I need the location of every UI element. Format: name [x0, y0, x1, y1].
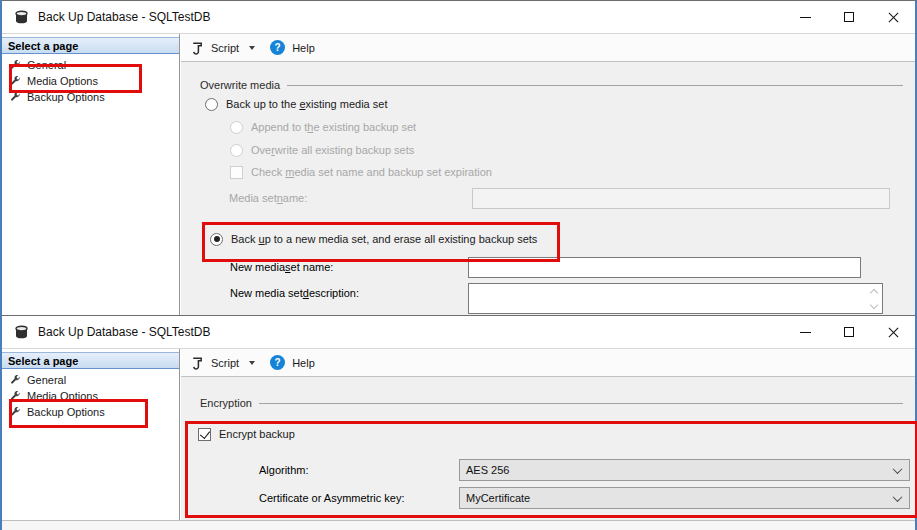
select-a-page-panel: Select a page General Media Options Back… — [2, 349, 180, 530]
checkbox-label: Check media set name and backup set expi… — [251, 166, 492, 178]
checkbox-icon-checked — [198, 428, 211, 441]
encryption-group-header: Encryption — [200, 397, 903, 409]
window-controls — [783, 316, 915, 348]
wrench-icon — [10, 391, 21, 402]
chevron-up-icon[interactable] — [870, 288, 878, 296]
window-title: Back Up Database - SQLTestDB — [38, 325, 211, 339]
new-media-set-description-field — [468, 283, 883, 314]
radio-label: Back up to the existing media set — [226, 98, 387, 110]
sidebar-item-label: Backup Options — [27, 91, 105, 103]
close-icon — [887, 326, 900, 339]
help-button[interactable]: Help — [292, 42, 315, 54]
close-button[interactable] — [871, 1, 915, 33]
radio-append-to-existing-backup-set[interactable]: Append to the existing backup set — [230, 119, 416, 135]
algorithm-label: Algorithm: — [259, 462, 309, 478]
group-divider — [287, 85, 903, 86]
maximize-button[interactable] — [827, 1, 871, 33]
wrench-icon — [10, 76, 21, 87]
help-icon: ? — [270, 40, 285, 55]
sidebar-item-media-options[interactable]: Media Options — [10, 73, 175, 89]
checkbox-label: Encrypt backup — [219, 428, 295, 440]
dialog-bottom-strip — [2, 520, 915, 530]
description-scrollbar[interactable] — [866, 284, 882, 313]
minimize-icon — [800, 332, 811, 333]
sidebar-item-general[interactable]: General — [10, 372, 175, 388]
sidebar-item-media-options[interactable]: Media Options — [10, 388, 175, 404]
close-button[interactable] — [871, 316, 915, 348]
radio-label: Overwrite all existing backup sets — [251, 144, 414, 156]
chevron-down-icon[interactable] — [870, 300, 878, 308]
radio-icon — [205, 98, 218, 111]
script-button[interactable]: Script — [211, 357, 239, 369]
minimize-button[interactable] — [783, 316, 827, 348]
wrench-icon — [10, 92, 21, 103]
radio-backup-to-existing-media-set[interactable]: Back up to the existing media set — [205, 96, 387, 112]
sidebar-item-backup-options[interactable]: Backup Options — [10, 89, 175, 105]
sidebar-item-general[interactable]: General — [10, 57, 175, 73]
sidebar-item-label: Backup Options — [27, 406, 105, 418]
window-title: Back Up Database - SQLTestDB — [38, 10, 211, 24]
certificate-selected-value: MyCertificate — [466, 492, 530, 504]
checkbox-icon — [230, 166, 243, 179]
media-options-page: Overwrite media Back up to the existing … — [181, 62, 915, 315]
sidebar-item-label: General — [27, 59, 66, 71]
select-a-page-header: Select a page — [2, 37, 179, 54]
sidebar-item-label: Media Options — [27, 390, 98, 402]
minimize-icon — [800, 17, 811, 18]
wrench-icon — [10, 375, 21, 386]
chevron-down-icon — [893, 492, 903, 502]
database-icon — [14, 325, 29, 340]
sidebar-item-label: General — [27, 374, 66, 386]
sidebar-item-label: Media Options — [27, 75, 98, 87]
media-set-name-label: Media set name: — [229, 190, 307, 206]
sidebar-item-backup-options[interactable]: Backup Options — [10, 404, 175, 420]
group-label: Overwrite media — [200, 79, 280, 91]
backup-database-dialog-backup-options: Back Up Database - SQLTestDB Select a pa… — [0, 315, 917, 530]
toolbar: Script ? Help — [181, 34, 915, 62]
maximize-icon — [844, 12, 854, 22]
media-set-name-input[interactable] — [472, 188, 890, 209]
algorithm-dropdown[interactable]: AES 256 — [459, 459, 910, 481]
window-controls — [783, 1, 915, 33]
select-a-page-header: Select a page — [2, 352, 179, 369]
radio-overwrite-all-existing-backup-sets[interactable]: Overwrite all existing backup sets — [230, 142, 414, 158]
backup-options-page: Encryption Encrypt backup Algorithm: AES… — [181, 377, 915, 530]
checkbox-check-media-set-name[interactable]: Check media set name and backup set expi… — [230, 164, 492, 180]
backup-database-dialog-media-options: Back Up Database - SQLTestDB Select a pa… — [0, 0, 917, 315]
script-dropdown-arrow[interactable] — [249, 46, 255, 50]
certificate-dropdown[interactable]: MyCertificate — [459, 487, 910, 509]
checkbox-encrypt-backup[interactable]: Encrypt backup — [198, 426, 295, 442]
help-button[interactable]: Help — [292, 357, 315, 369]
new-media-set-description-label: New media set description: — [230, 285, 359, 301]
database-icon — [14, 10, 29, 25]
group-divider — [259, 403, 903, 404]
script-icon — [190, 356, 204, 370]
wrench-icon — [10, 407, 21, 418]
certificate-label: Certificate or Asymmetric key: — [259, 490, 404, 506]
script-icon — [190, 41, 204, 55]
radio-icon-selected — [210, 233, 223, 246]
titlebar[interactable]: Back Up Database - SQLTestDB — [2, 1, 915, 34]
group-label: Encryption — [200, 397, 252, 409]
script-button[interactable]: Script — [211, 42, 239, 54]
minimize-button[interactable] — [783, 1, 827, 33]
new-media-set-description-textarea[interactable] — [469, 284, 866, 313]
toolbar: Script ? Help — [181, 349, 915, 377]
select-a-page-panel: Select a page General Media Options Back… — [2, 34, 180, 315]
maximize-icon — [844, 327, 854, 337]
radio-label: Back up to a new media set, and erase al… — [231, 233, 537, 245]
radio-icon — [230, 121, 243, 134]
algorithm-selected-value: AES 256 — [466, 464, 509, 476]
close-icon — [887, 11, 900, 24]
radio-icon — [230, 144, 243, 157]
radio-backup-to-new-media-set[interactable]: Back up to a new media set, and erase al… — [210, 231, 537, 247]
overwrite-media-group-header: Overwrite media — [200, 79, 903, 91]
script-dropdown-arrow[interactable] — [249, 361, 255, 365]
wrench-icon — [10, 60, 21, 71]
new-media-set-name-input[interactable] — [468, 257, 861, 278]
titlebar[interactable]: Back Up Database - SQLTestDB — [2, 316, 915, 349]
new-media-set-name-label: New media set name: — [230, 259, 333, 275]
chevron-down-icon — [893, 464, 903, 474]
help-icon: ? — [270, 355, 285, 370]
maximize-button[interactable] — [827, 316, 871, 348]
